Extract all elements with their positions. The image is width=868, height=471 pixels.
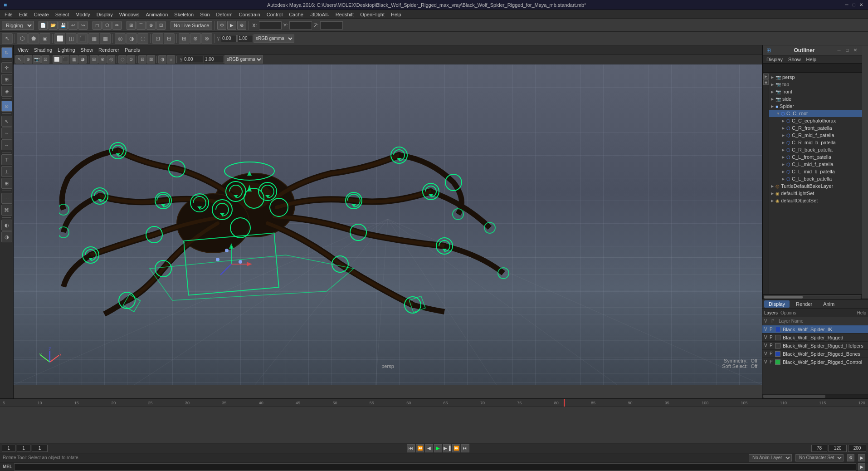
vp-hud-btn[interactable]: ◎: [107, 55, 115, 64]
vp-light-btn[interactable]: ◕: [78, 55, 87, 64]
step-fwd-btn[interactable]: ▶▐: [443, 444, 451, 452]
layer-row-helpers[interactable]: V P Black_Wolf_Spider_Rigged_Helpers: [762, 342, 868, 350]
goto-start-btn[interactable]: ⏮: [407, 444, 415, 452]
outliner-menu-show[interactable]: Show: [786, 56, 803, 63]
quick-render-btn[interactable]: ◑: [1, 231, 12, 242]
show-all-btn[interactable]: ◎: [115, 33, 126, 44]
y-input[interactable]: [289, 21, 312, 29]
tree-item-side[interactable]: ▶ 📷 side: [769, 95, 862, 103]
menu-edit[interactable]: Edit: [16, 11, 30, 18]
sub-tab-help[interactable]: Help: [857, 310, 866, 315]
next-key-btn[interactable]: ⏩: [452, 444, 460, 452]
no-char-set-dropdown[interactable]: No Character Set: [795, 454, 844, 461]
tree-item-cephalothorax[interactable]: ▶ ⬡ C_C_cephalothorax: [769, 117, 862, 124]
vp-menu-panels[interactable]: Panels: [122, 47, 142, 53]
vp-camera-btn[interactable]: 📷: [33, 55, 41, 64]
start-frame-input[interactable]: [2, 445, 15, 452]
gamma-input[interactable]: [221, 35, 237, 42]
vp-fit-btn[interactable]: ⊡: [41, 55, 49, 64]
outliner-strip-btn-2[interactable]: ◆: [763, 79, 769, 85]
vp-solid-btn[interactable]: ⬛: [61, 55, 69, 64]
select-mode-btn[interactable]: ◻: [93, 21, 102, 30]
color-space-select[interactable]: sRGB gamma: [254, 34, 294, 43]
skin-btn[interactable]: ⊞: [1, 178, 12, 189]
smooth-btn[interactable]: ⬛: [77, 33, 88, 44]
render-settings-btn[interactable]: ⚙: [217, 21, 226, 30]
snap-curve-btn[interactable]: ⌒: [137, 21, 146, 30]
close-button[interactable]: ✕: [858, 2, 864, 8]
vp-xray-joints-btn[interactable]: ⊙: [127, 55, 135, 64]
vp-menu-shading[interactable]: Shading: [32, 47, 54, 53]
range-end-input[interactable]: [829, 445, 847, 452]
tree-item-l-back-patella[interactable]: ▶ ⬡ C_L_back_patella: [769, 175, 862, 182]
curve-ep-btn[interactable]: ∼: [1, 128, 12, 138]
layer-row-control[interactable]: V P Black_Wolf_Spider_Rigged_Control: [762, 358, 868, 366]
camera-fit-btn[interactable]: ⊡: [152, 33, 163, 44]
vp-menu-show[interactable]: Show: [78, 47, 96, 53]
camera-book-btn[interactable]: ⊟: [164, 33, 175, 44]
play-btn[interactable]: ▶: [434, 444, 442, 452]
prev-key-btn[interactable]: ⏪: [416, 444, 424, 452]
layer-row-rigged[interactable]: V P Black_Wolf_Spider_Rigged: [762, 334, 868, 342]
snap-view-btn[interactable]: ⊡: [156, 21, 166, 30]
vp-texture-btn[interactable]: ▦: [70, 55, 78, 64]
sub-tab-layers[interactable]: Layers: [764, 310, 778, 315]
menu-help[interactable]: Help: [388, 11, 404, 18]
step-back-btn[interactable]: ◀: [425, 444, 433, 452]
paint-select-btn[interactable]: ✏: [112, 21, 122, 30]
textured-btn[interactable]: ▦: [88, 33, 99, 44]
layers-hscroll[interactable]: [762, 394, 868, 398]
menu-display[interactable]: Display: [94, 11, 116, 18]
menu-file[interactable]: File: [2, 11, 15, 18]
no-live-surface[interactable]: No Live Surface: [171, 21, 212, 29]
render-btn[interactable]: ◐: [1, 220, 12, 231]
menu-windows[interactable]: Windows: [117, 11, 142, 18]
vp-colorspace-select[interactable]: sRGB gamma: [224, 55, 263, 64]
open-scene-btn[interactable]: 📂: [49, 21, 58, 30]
vp-menu-renderer[interactable]: Renderer: [96, 47, 122, 53]
vp-menu-lighting[interactable]: Lighting: [55, 47, 78, 53]
vp-xray-btn[interactable]: ◌: [118, 55, 127, 64]
tree-item-obj-set[interactable]: ▶ ◉ defaultObjectSet: [769, 197, 862, 204]
loop-select-btn[interactable]: ◉: [39, 33, 50, 44]
curve-bezier-btn[interactable]: ⌣: [1, 139, 12, 150]
tree-item-spider[interactable]: ▶ ■ Spider: [769, 103, 862, 110]
vp-no-light-btn[interactable]: ☼: [167, 55, 175, 64]
vp-safe-area-btn[interactable]: ⊠: [147, 55, 155, 64]
scale-tool-btn[interactable]: ⊞: [1, 74, 12, 85]
current-frame-display[interactable]: [17, 445, 30, 452]
lasso-btn[interactable]: ⬡: [102, 21, 112, 30]
xray-btn[interactable]: ◌: [137, 33, 148, 44]
current-frame-right[interactable]: [811, 445, 827, 452]
tree-item-l-mid-f-patella[interactable]: ▶ ⬡ C_L_mid_f_patella: [769, 161, 862, 168]
mel-input[interactable]: [14, 463, 856, 471]
vp-menu-view[interactable]: View: [15, 47, 31, 53]
menu-cache[interactable]: Cache: [286, 11, 306, 18]
minimize-button[interactable]: ─: [844, 2, 850, 8]
timeline-track[interactable]: [0, 407, 868, 443]
tree-item-l-mid-b-patella[interactable]: ▶ ⬡ C_L_mid_b_patella: [769, 168, 862, 175]
new-scene-btn[interactable]: 📄: [39, 21, 48, 30]
joint-tool-btn[interactable]: ⊤: [1, 154, 12, 165]
undo-btn[interactable]: ↩: [68, 21, 78, 30]
tree-item-r-front-patella[interactable]: ▶ ⬡ C_R_front_patella: [769, 124, 862, 132]
tree-item-light-set[interactable]: ▶ ◉ defaultLightSet: [769, 190, 862, 197]
outliner-menu-display[interactable]: Display: [765, 56, 785, 63]
range-input-2[interactable]: [32, 445, 48, 452]
sub-tab-options[interactable]: Options: [780, 310, 796, 315]
vp-gamma-val-input[interactable]: [183, 56, 203, 63]
menu-skin[interactable]: Skin: [197, 11, 212, 18]
vp-select-btn[interactable]: ↖: [15, 55, 24, 64]
tree-item-turtle[interactable]: ▶ ◎ TurtleDefaultBakeLayer: [769, 182, 862, 190]
gamma-multiplier-input[interactable]: [237, 35, 253, 42]
goto-end-btn[interactable]: ⏭: [461, 444, 469, 452]
tab-display[interactable]: Display: [764, 300, 790, 308]
shaded-btn[interactable]: ▩: [100, 33, 111, 44]
scene-canvas[interactable]: persp Symmetry: Off Soft Select: Off: [14, 64, 762, 385]
menu-constrain[interactable]: Constrain: [236, 11, 263, 18]
vp-gamma-mult-input[interactable]: [204, 56, 224, 63]
menu-deform[interactable]: Deform: [214, 11, 235, 18]
vp-grid-btn[interactable]: ⊞: [90, 55, 98, 64]
ipr-btn[interactable]: ⊛: [237, 21, 246, 30]
paint-btn[interactable]: ⬟: [28, 33, 39, 44]
